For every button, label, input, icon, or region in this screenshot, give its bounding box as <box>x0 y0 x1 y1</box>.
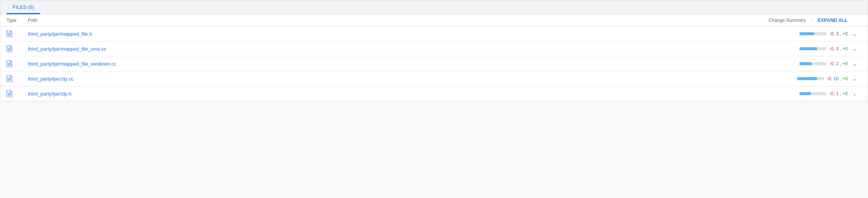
changed-value: 1 <box>836 91 839 96</box>
change-text: -0, 2 , +0 <box>829 61 848 66</box>
file-icon-cell <box>7 45 28 52</box>
change-text: -0, 3 , +0 <box>829 31 848 36</box>
change-text: -0, 10 , +0 <box>827 76 848 81</box>
file-document-icon <box>7 90 13 97</box>
file-path[interactable]: third_party/ijar/mapped_file_unix.cc <box>28 46 763 52</box>
change-bar-fill <box>797 77 817 80</box>
file-change-summary: -0, 10 , +0 <box>763 76 848 81</box>
file-icon-cell <box>7 30 28 37</box>
chevron-down-icon: ⌄ <box>852 46 857 52</box>
file-change-summary: -0, 2 , +0 <box>763 61 848 66</box>
expand-chevron-cell[interactable]: ⌄ <box>848 76 861 82</box>
plus-value: , +0 <box>840 76 848 81</box>
file-rows-container: third_party/ijar/mapped_file.h -0, 3 , +… <box>0 26 868 101</box>
changed-value: 4 <box>836 46 839 51</box>
minus-value: -0, <box>829 31 835 36</box>
table-row[interactable]: third_party/ijar/mapped_file_unix.cc -0,… <box>0 41 868 56</box>
plus-value: , +0 <box>840 91 848 96</box>
change-bar-fill <box>799 47 817 50</box>
change-bar <box>799 47 826 50</box>
file-change-summary: -0, 3 , +0 <box>763 31 848 36</box>
file-icon-cell <box>7 90 28 97</box>
plus-value: , +0 <box>840 46 848 51</box>
file-path[interactable]: third_party/ijar/zip.h <box>28 91 763 97</box>
chevron-down-icon: ⌄ <box>852 31 857 37</box>
file-change-summary: -0, 1 , +0 <box>763 91 848 96</box>
plus-value: , +0 <box>840 31 848 36</box>
change-summary-label: Change Summary <box>769 18 806 23</box>
plus-value: , +0 <box>840 61 848 66</box>
table-row[interactable]: third_party/ijar/mapped_file.h -0, 3 , +… <box>0 26 868 41</box>
file-document-icon <box>7 45 13 52</box>
file-path[interactable]: third_party/ijar/mapped_file_windows.cc <box>28 61 763 67</box>
change-summary-column-header: Change Summary | EXPAND ALL <box>763 18 848 23</box>
minus-value: -0, <box>829 91 835 96</box>
tab-bar: FILES (5) <box>0 0 868 15</box>
file-icon-cell <box>7 60 28 67</box>
minus-value: -0, <box>829 46 835 51</box>
file-icon-cell <box>7 75 28 82</box>
table-row[interactable]: third_party/ijar/mapped_file_windows.cc … <box>0 56 868 71</box>
table-row[interactable]: third_party/ijar/zip.cc -0, 10 , +0 ⌄ <box>0 71 868 86</box>
expand-chevron-cell[interactable]: ⌄ <box>848 31 861 37</box>
file-document-icon <box>7 60 13 67</box>
change-bar-fill <box>799 92 811 95</box>
file-change-summary: -0, 4 , +0 <box>763 46 848 51</box>
change-bar-fill <box>799 62 812 65</box>
change-bar <box>799 32 826 35</box>
file-document-icon <box>7 75 13 82</box>
chevron-down-icon: ⌄ <box>852 76 857 82</box>
changed-value: 2 <box>836 61 839 66</box>
chevron-down-icon: ⌄ <box>852 61 857 67</box>
expand-chevron-cell[interactable]: ⌄ <box>848 91 861 97</box>
expand-chevron-cell[interactable]: ⌄ <box>848 46 861 52</box>
path-column-header: Path <box>28 18 763 23</box>
minus-value: -0, <box>829 61 835 66</box>
chevron-down-icon: ⌄ <box>852 91 857 97</box>
table-header: Type Path Change Summary | EXPAND ALL <box>0 15 868 26</box>
change-bar <box>799 92 826 95</box>
files-panel: FILES (5) Type Path Change Summary | EXP… <box>0 0 868 101</box>
change-bar <box>797 77 824 80</box>
file-document-icon <box>7 30 13 37</box>
divider: | <box>811 18 812 23</box>
file-path[interactable]: third_party/ijar/zip.cc <box>28 76 763 82</box>
change-text: -0, 4 , +0 <box>829 46 848 51</box>
minus-value: -0, <box>827 76 832 81</box>
table-row[interactable]: third_party/ijar/zip.h -0, 1 , +0 ⌄ <box>0 86 868 101</box>
change-text: -0, 1 , +0 <box>829 91 848 96</box>
changed-value: 10 <box>834 76 839 81</box>
expand-chevron-cell[interactable]: ⌄ <box>848 61 861 67</box>
changed-value: 3 <box>836 31 839 36</box>
change-bar-fill <box>799 32 814 35</box>
file-path[interactable]: third_party/ijar/mapped_file.h <box>28 31 763 37</box>
type-column-header: Type <box>7 18 28 23</box>
change-bar <box>799 62 826 65</box>
files-tab[interactable]: FILES (5) <box>7 0 40 14</box>
expand-all-button[interactable]: EXPAND ALL <box>818 18 848 23</box>
